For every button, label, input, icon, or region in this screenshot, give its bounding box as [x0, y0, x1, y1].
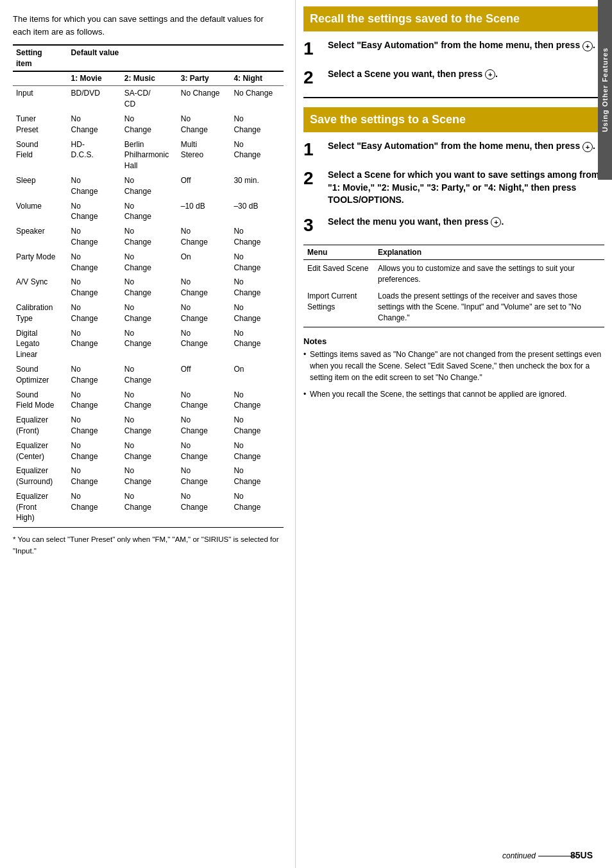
- table-cell: Digital Legato Linear: [13, 326, 68, 362]
- table-cell: No Change: [68, 362, 121, 388]
- table-cell: No Change: [230, 86, 284, 112]
- table-row: Equalizer (Front High)No ChangeNo Change…: [13, 489, 284, 528]
- table-cell: No Change: [68, 464, 121, 489]
- table-cell: No Change: [178, 464, 231, 489]
- menu-table-row: Edit Saved SceneAllows you to customize …: [303, 259, 604, 288]
- table-cell: No Change: [178, 275, 231, 300]
- table-cell: No Change: [178, 388, 231, 413]
- table-cell: Sound Optimizer: [13, 362, 68, 388]
- table-row: Party ModeNo ChangeNo ChangeOnNo Change: [13, 250, 284, 275]
- table-cell: On: [230, 362, 284, 388]
- table-cell: –10 dB: [178, 199, 231, 225]
- menu-table: Menu Explanation Edit Saved SceneAllows …: [303, 245, 604, 327]
- circle-icon-3b: +: [491, 217, 501, 227]
- section2-heading: Save the settings to a Scene: [303, 107, 604, 132]
- table-cell: Multi Stereo: [178, 137, 231, 173]
- table-row: Tuner PresetNo ChangeNo ChangeNo ChangeN…: [13, 112, 284, 137]
- table-cell: No Change: [68, 300, 121, 326]
- menu-table-row: Import Current SettingsLoads the present…: [303, 288, 604, 327]
- table-row: A/V SyncNo ChangeNo ChangeNo ChangeNo Ch…: [13, 275, 284, 300]
- table-cell: No Change: [121, 112, 178, 137]
- table-cell: No Change: [178, 489, 231, 528]
- left-column: The items for which you can save setting…: [0, 0, 295, 868]
- table-cell: Speaker: [13, 224, 68, 250]
- section2-step3: 3 Select the menu you want, then press +…: [303, 216, 604, 236]
- step-text-3b: Select the menu you want, then press +.: [328, 216, 504, 229]
- table-cell: HD- D.C.S.: [68, 137, 121, 173]
- step-number-2a: 2: [303, 68, 323, 88]
- table-cell: No Change: [121, 388, 178, 413]
- table-row: Sound FieldHD- D.C.S.Berlin Philharmonic…: [13, 137, 284, 173]
- table-cell: No Change: [121, 413, 178, 438]
- menu-table-cell: Allows you to customize and save the set…: [374, 259, 604, 288]
- table-cell: No Change: [230, 489, 284, 528]
- table-cell: No Change: [121, 438, 178, 464]
- table-cell: No Change: [230, 224, 284, 250]
- table-cell: No Change: [68, 250, 121, 275]
- section2-step1: 1 Select "Easy Automation" from the home…: [303, 140, 604, 160]
- table-row: InputBD/DVDSA-CD/ CDNo ChangeNo Change: [13, 86, 284, 112]
- table-cell: No Change: [178, 224, 231, 250]
- notes-list-item: When you recall the Scene, the settings …: [303, 388, 604, 400]
- table-cell: Berlin Philharmonic Hall: [121, 137, 178, 173]
- table-cell: No Change: [68, 326, 121, 362]
- explanation-col-header: Explanation: [374, 245, 604, 259]
- table-cell: –30 dB: [230, 199, 284, 225]
- col-header-3party: 3: Party: [178, 71, 231, 86]
- right-column: Recall the settings saved to the Scene 1…: [295, 0, 612, 868]
- menu-table-cell: Loads the present settings of the receiv…: [374, 288, 604, 327]
- table-cell: Input: [13, 86, 68, 112]
- table-cell: No Change: [178, 86, 231, 112]
- table-cell: Off: [178, 362, 231, 388]
- side-tab-text: Using Other Features: [601, 48, 609, 132]
- table-cell: Equalizer (Front): [13, 413, 68, 438]
- table-cell: Party Mode: [13, 250, 68, 275]
- table-row: Sound Field ModeNo ChangeNo ChangeNo Cha…: [13, 388, 284, 413]
- page-container: The items for which you can save setting…: [0, 0, 612, 868]
- table-cell: Volume: [13, 199, 68, 225]
- circle-icon-2a: +: [485, 69, 495, 80]
- step-text-1a: Select "Easy Automation" from the home m…: [328, 39, 595, 52]
- table-cell: Calibration Type: [13, 300, 68, 326]
- page-number: 85US: [570, 850, 593, 860]
- step-number-2b: 2: [303, 169, 323, 189]
- table-row: Equalizer (Surround)No ChangeNo ChangeNo…: [13, 464, 284, 489]
- table-cell: Equalizer (Center): [13, 438, 68, 464]
- col-header-1movie: 1: Movie: [68, 71, 121, 86]
- table-cell: No Change: [68, 413, 121, 438]
- table-cell: 30 min.: [230, 173, 284, 199]
- table-cell: No Change: [121, 173, 178, 199]
- table-cell: Sleep: [13, 173, 68, 199]
- table-cell: No Change: [121, 362, 178, 388]
- table-cell: No Change: [121, 326, 178, 362]
- divider-1: [303, 97, 604, 98]
- table-cell: No Change: [68, 275, 121, 300]
- table-cell: No Change: [68, 388, 121, 413]
- table-cell: No Change: [178, 326, 231, 362]
- step-number-1a: 1: [303, 39, 323, 59]
- table-cell: No Change: [121, 300, 178, 326]
- table-cell: Sound Field: [13, 137, 68, 173]
- table-cell: No Change: [68, 112, 121, 137]
- intro-text: The items for which you can save setting…: [13, 13, 284, 38]
- col-header-default: Default value: [68, 45, 284, 71]
- table-row: Sound OptimizerNo ChangeNo ChangeOffOn: [13, 362, 284, 388]
- table-cell: No Change: [121, 199, 178, 225]
- col-header-2music: 2: Music: [121, 71, 178, 86]
- table-cell: No Change: [230, 464, 284, 489]
- table-cell: No Change: [121, 250, 178, 275]
- table-cell: No Change: [178, 300, 231, 326]
- table-cell: Equalizer (Surround): [13, 464, 68, 489]
- table-cell: On: [178, 250, 231, 275]
- circle-icon-1b: +: [582, 142, 593, 152]
- table-cell: No Change: [230, 300, 284, 326]
- table-cell: No Change: [230, 413, 284, 438]
- table-cell: No Change: [121, 489, 178, 528]
- col-header-setting: Settingitem: [13, 45, 68, 71]
- step-number-3b: 3: [303, 216, 323, 236]
- notes-heading: Notes: [303, 336, 604, 346]
- table-row: Equalizer (Center)No ChangeNo ChangeNo C…: [13, 438, 284, 464]
- table-cell: Sound Field Mode: [13, 388, 68, 413]
- table-cell: A/V Sync: [13, 275, 68, 300]
- table-cell: BD/DVD: [68, 86, 121, 112]
